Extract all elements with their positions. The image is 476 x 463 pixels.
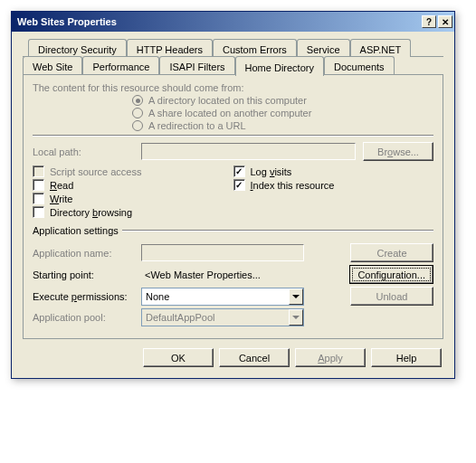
radio-redirect-label: A redirection to a URL [148,120,246,131]
tab-strip: Directory Security HTTP Headers Custom E… [23,39,443,75]
local-path-input [141,143,356,160]
radio-redirect [132,120,143,131]
app-pool-label: Application pool: [33,312,141,323]
content-source-label: The content for this resource should com… [33,82,433,93]
apply-button: Apply [295,348,366,367]
tab-web-site[interactable]: Web Site [23,56,82,74]
tab-performance[interactable]: Performance [82,56,159,74]
starting-point-label: Starting point: [33,269,141,280]
help-button[interactable]: Help [371,348,442,367]
cb-script-source [33,165,44,177]
starting-point-value: <Web Master Properties... [141,269,304,280]
app-pool-select: DefaultAppPool [141,308,304,326]
cb-write[interactable] [33,193,44,204]
cb-log-visits-label: Log visits [251,166,292,177]
app-name-label: Application name: [33,248,141,259]
cb-write-label: Write [50,194,72,204]
configuration-button[interactable]: Configuration... [349,265,433,284]
tab-panel-home-directory: The content for this resource should com… [23,74,443,339]
execute-permissions-select[interactable]: None [141,288,304,306]
cb-index-resource-label: Index this resource [251,180,335,191]
cb-read-label: Read [50,180,73,191]
cb-script-source-label: Script source access [50,166,141,177]
cb-dir-browsing-label: Directory browsing [50,207,132,218]
tab-custom-errors[interactable]: Custom Errors [213,39,297,57]
cb-read[interactable] [33,179,44,191]
app-settings-group-label: Application settings [33,225,119,236]
unload-button: Unload [350,287,433,306]
ok-button[interactable]: OK [143,348,214,367]
chevron-down-icon [289,288,303,305]
execute-permissions-label: Execute permissions: [33,291,141,302]
dialog-footer: OK Cancel Apply Help [23,339,443,369]
tab-directory-security[interactable]: Directory Security [28,39,127,57]
create-button: Create [350,243,433,262]
close-titlebar-button[interactable]: ✕ [438,15,452,28]
app-name-input [141,244,304,261]
tab-isapi-filters[interactable]: ISAPI Filters [159,56,234,74]
radio-local-dir-label: A directory located on this computer [148,95,307,106]
cb-index-resource[interactable]: ✓ [233,179,245,191]
browse-button: Browse... [363,142,433,161]
tab-service[interactable]: Service [297,39,350,57]
tab-home-directory[interactable]: Home Directory [235,56,324,76]
tab-aspnet[interactable]: ASP.NET [350,39,412,57]
cb-log-visits[interactable]: ✓ [233,165,245,177]
cancel-button[interactable]: Cancel [219,348,290,367]
window-title: Web Sites Properties [17,16,420,27]
chevron-down-icon [289,309,303,326]
cb-dir-browsing[interactable] [33,206,44,218]
radio-share-label: A share located on another computer [148,108,311,118]
tab-http-headers[interactable]: HTTP Headers [127,39,213,57]
titlebar: Web Sites Properties ? ✕ [12,12,454,32]
properties-window: Web Sites Properties ? ✕ Directory Secur… [11,11,455,379]
tab-documents[interactable]: Documents [324,56,395,74]
radio-local-dir [132,95,143,106]
local-path-label: Local path: [33,146,141,157]
help-titlebar-button[interactable]: ? [422,15,436,28]
radio-share [132,108,143,118]
